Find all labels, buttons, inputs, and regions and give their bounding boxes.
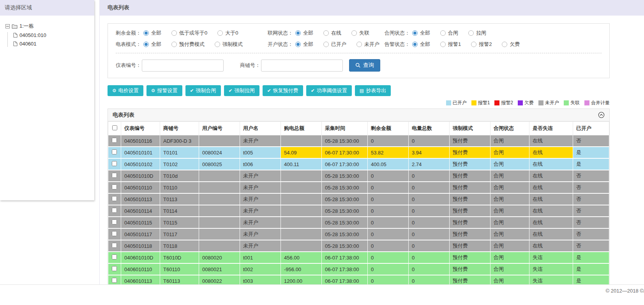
tree-node-child[interactable]: 040601 (13, 41, 90, 47)
cell: 0080022 (199, 275, 240, 284)
row-checkbox[interactable] (112, 254, 117, 259)
tree-collapse-toggle-icon[interactable] (5, 24, 10, 28)
radio-circle[interactable] (440, 42, 446, 47)
cell: 合闸 (490, 182, 529, 193)
cell: 预付费 (450, 182, 490, 193)
radio-option[interactable]: 低于或等于0 (171, 30, 207, 37)
tree-node-root[interactable]: 1:一栋 (5, 23, 90, 30)
row-checkbox[interactable] (112, 208, 117, 213)
column-header: 是否失连 (529, 122, 573, 135)
cell: 400.11 (281, 158, 322, 170)
action-button-功率阈值设置[interactable]: ✔功率阈值设置 (306, 85, 352, 96)
action-button-强制合闸[interactable]: ✔强制合闸 (185, 85, 221, 96)
radio-option[interactable]: 全部 (412, 30, 430, 37)
action-button-电价设置[interactable]: ⚙电价设置 (108, 85, 143, 96)
check-icon: ✔ (311, 88, 315, 93)
cell: 05-28 15:30:00 (322, 193, 368, 205)
radio-option[interactable]: 报警1 (440, 41, 461, 48)
action-button-抄表导出[interactable]: ▤抄表导出 (355, 85, 391, 96)
radio-option-label: 报警1 (448, 41, 461, 48)
cell: 在线 (529, 147, 573, 158)
tree-node-child[interactable]: 040501:010 (13, 32, 90, 38)
radio-option[interactable]: 全部 (295, 30, 313, 37)
search-button[interactable]: 查询 (349, 59, 380, 72)
radio-option[interactable]: 强制模式 (215, 41, 243, 48)
radio-circle[interactable] (351, 30, 357, 36)
radio-option[interactable]: 预付费模式 (171, 41, 205, 48)
table-row: 0405010117T0117未开户05-28 15:30:0000预付费合闸在… (108, 228, 609, 240)
radio-option-label: 在线 (331, 30, 341, 37)
filter-group-label: 合闸状态： (385, 30, 410, 37)
row-checkbox[interactable] (112, 266, 117, 271)
radio-circle[interactable] (323, 30, 329, 36)
legend-swatch (446, 100, 451, 105)
cell: 合闸 (490, 263, 529, 275)
cell: 05-28 15:30:00 (322, 170, 368, 182)
radio-circle[interactable] (356, 42, 362, 47)
cell: 0 (368, 205, 409, 217)
row-checkbox[interactable] (112, 196, 117, 201)
radio-circle[interactable] (215, 42, 220, 47)
row-checkbox[interactable] (112, 278, 117, 283)
column-header: 强制模式 (450, 122, 490, 135)
radio-circle[interactable] (412, 42, 418, 47)
radio-circle[interactable] (217, 30, 223, 36)
panel-collapse-button[interactable] (598, 112, 605, 118)
tree-node-label[interactable]: 1:一栋 (19, 23, 34, 30)
radio-option[interactable]: 报警2 (471, 41, 492, 48)
radio-option[interactable]: 全部 (295, 41, 313, 48)
cell: 合闸 (490, 275, 529, 284)
radio-circle[interactable] (468, 30, 474, 36)
cell: 预付费 (450, 263, 490, 275)
radio-circle[interactable] (143, 30, 149, 36)
radio-circle[interactable] (171, 42, 177, 47)
radio-circle[interactable] (295, 30, 301, 36)
radio-circle[interactable] (143, 42, 149, 47)
row-checkbox[interactable] (112, 184, 117, 189)
meter-no-input[interactable] (142, 60, 224, 72)
shop-no-input[interactable] (261, 60, 343, 72)
radio-option[interactable]: 失联 (351, 30, 369, 37)
tree-node-label[interactable]: 040501:010 (19, 32, 46, 38)
radio-option[interactable]: 全部 (143, 30, 161, 37)
radio-circle[interactable] (323, 42, 329, 47)
action-button-强制拉闸[interactable]: ✔强制拉闸 (224, 85, 259, 96)
radio-circle[interactable] (171, 30, 177, 36)
radio-circle[interactable] (412, 30, 418, 36)
radio-circle[interactable] (471, 42, 476, 47)
cell: 06-07 17:38:00 (322, 275, 368, 284)
row-checkbox[interactable] (112, 219, 117, 224)
radio-circle[interactable] (295, 42, 301, 47)
radio-option[interactable]: 全部 (143, 41, 161, 48)
action-button-label: 强制拉闸 (235, 87, 255, 94)
radio-option[interactable]: 拉闸 (468, 30, 486, 37)
table-row: 0405010118T0118未开户05-28 15:30:0000预付费合闸在… (108, 240, 609, 252)
radio-option[interactable]: 全部 (412, 41, 430, 48)
filter-group-label: 开户状态： (268, 41, 293, 48)
radio-circle[interactable] (502, 42, 507, 47)
radio-option[interactable]: 大于0 (217, 30, 238, 37)
action-button-报警设置[interactable]: ⚙报警设置 (146, 85, 182, 96)
cell (199, 240, 240, 252)
row-checkbox[interactable] (112, 243, 117, 248)
radio-option[interactable]: 合闸 (440, 30, 458, 37)
row-checkbox[interactable] (112, 173, 117, 178)
radio-option[interactable]: 未开户 (356, 41, 379, 48)
row-checkbox[interactable] (112, 138, 117, 143)
radio-option[interactable]: 在线 (323, 30, 341, 37)
row-checkbox[interactable] (112, 231, 117, 236)
row-checkbox[interactable] (112, 161, 117, 166)
action-button-恢复预付费[interactable]: ✔恢复预付费 (263, 85, 303, 96)
cell: 合闸 (490, 228, 529, 240)
cell (199, 182, 240, 193)
cell: 040501010D (121, 170, 160, 182)
tree-children: 040501:010 040601 (7, 32, 90, 47)
select-all-checkbox[interactable] (112, 125, 117, 130)
tree-node-label[interactable]: 040601 (19, 41, 36, 47)
radio-circle[interactable] (440, 30, 446, 36)
folder-icon (12, 24, 18, 29)
row-checkbox[interactable] (112, 149, 117, 154)
radio-option[interactable]: 欠费 (502, 41, 520, 48)
legend-swatch (518, 100, 523, 105)
radio-option[interactable]: 已开户 (323, 41, 346, 48)
